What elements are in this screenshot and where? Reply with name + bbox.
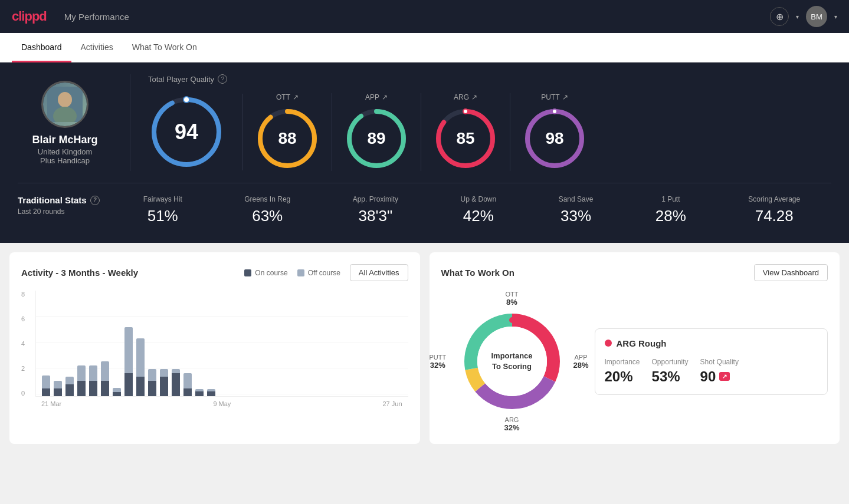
legend-dot-dark — [244, 269, 251, 276]
bar-top — [160, 369, 168, 377]
detail-shot-quality-label: Shot Quality — [700, 358, 739, 366]
plus-icon: ⊕ — [776, 11, 784, 22]
activity-header-right: On course Off course All Activities — [244, 264, 408, 281]
stat-proximity: App. Proximity 38'3" — [353, 195, 398, 225]
stats-info-icon[interactable]: ? — [90, 196, 100, 205]
player-avatar-svg — [47, 87, 83, 122]
bar-group-8 — [124, 327, 133, 396]
bar-2a — [54, 381, 62, 396]
view-dashboard-button[interactable]: View Dashboard — [754, 264, 828, 281]
gauge-ott: OTT ↗ 88 — [243, 93, 332, 171]
gauge-arg: ARG ↗ 85 — [421, 93, 510, 171]
x-axis: 21 Mar 9 May 27 Jun — [35, 397, 408, 407]
svg-point-1 — [58, 92, 72, 107]
gauge-ott-label: OTT ↗ — [276, 93, 299, 101]
bar-5a — [89, 365, 97, 396]
gauge-putt: PUTT ↗ 98 — [510, 93, 599, 171]
add-button[interactable]: ⊕ — [770, 7, 789, 26]
legend-off-course: Off course — [297, 269, 340, 277]
bar-group-14 — [195, 389, 204, 396]
bar-group-13 — [183, 373, 192, 396]
all-activities-button[interactable]: All Activities — [350, 264, 408, 281]
y-label-0: 0 — [21, 390, 25, 397]
work-on-content: Importance To Scoring OTT 8% APP 28% ARG… — [441, 291, 828, 432]
avatar[interactable]: BM — [806, 6, 827, 27]
legend-on-course-label: On course — [255, 269, 287, 277]
donut-center: Importance To Scoring — [491, 351, 532, 372]
bar-bottom — [54, 388, 62, 396]
y-label-2: 2 — [21, 365, 25, 372]
tab-activities[interactable]: Activities — [71, 33, 123, 62]
logo: clippd — [12, 9, 47, 24]
stat-updown-label: Up & Down — [461, 195, 497, 203]
bar-top — [172, 369, 180, 373]
stat-updown-value: 42% — [463, 207, 494, 225]
donut-putt-pct: 32% — [430, 361, 447, 370]
detail-dot — [605, 340, 612, 347]
bar-group-5 — [89, 365, 97, 396]
player-name: Blair McHarg — [32, 134, 97, 146]
bar-8a — [124, 327, 133, 396]
detail-card: ARG Rough Importance 20% Opportunity 53%… — [595, 328, 828, 395]
bars-container — [35, 291, 408, 397]
detail-stat-shot-quality: Shot Quality 90 ↗ — [700, 358, 739, 385]
avatar-image — [43, 83, 87, 126]
bar-group-2 — [54, 381, 62, 396]
hero-divider — [18, 183, 831, 183]
y-label-6: 6 — [21, 315, 25, 322]
bar-15a — [207, 389, 215, 396]
donut-ott-pct: 8% — [506, 298, 519, 307]
activity-card: Activity - 3 Months - Weekly On course O… — [9, 252, 420, 444]
donut-label-arg: ARG 32% — [504, 416, 519, 432]
tab-dashboard[interactable]: Dashboard — [12, 33, 71, 62]
bar-bottom — [65, 384, 74, 396]
stat-greens: Greens In Reg 63% — [244, 195, 290, 225]
stat-proximity-value: 38'3" — [359, 207, 393, 225]
stat-sand-label: Sand Save — [559, 195, 594, 203]
y-label-8: 8 — [21, 291, 25, 298]
stat-fairways-value: 51% — [147, 207, 178, 225]
detail-card-title: ARG Rough — [605, 338, 818, 348]
bar-top — [89, 365, 97, 381]
add-chevron[interactable]: ▾ — [796, 14, 799, 20]
donut-center-line1: Importance — [491, 351, 532, 361]
header: clippd My Performance ⊕ ▾ BM ▾ — [0, 0, 849, 33]
donut-arg-name: ARG — [504, 416, 519, 423]
tab-what-to-work-on[interactable]: What To Work On — [123, 33, 206, 62]
quality-info-icon[interactable]: ? — [218, 74, 227, 84]
bar-top — [65, 377, 74, 384]
bar-bottom — [172, 373, 180, 396]
bar-14a — [195, 389, 204, 396]
bar-top — [42, 375, 50, 388]
bottom-section: Activity - 3 Months - Weekly On course O… — [0, 243, 849, 453]
bar-12a — [172, 369, 180, 396]
gauge-arg-label: ARG ↗ — [454, 93, 477, 101]
bar-bottom — [183, 388, 192, 396]
x-label-1: 21 Mar — [41, 400, 61, 407]
bar-top — [54, 381, 62, 388]
arg-arrow: ↗ — [471, 93, 477, 101]
donut-label-ott: OTT 8% — [506, 291, 519, 307]
bar-top — [101, 361, 109, 381]
bar-bottom — [113, 392, 121, 396]
bar-chart-container: 8 6 4 2 0 — [21, 291, 408, 407]
stat-scoring-label: Scoring Average — [748, 195, 800, 203]
tabs: Dashboard Activities What To Work On — [0, 33, 849, 62]
stat-proximity-label: App. Proximity — [353, 195, 398, 203]
legend-dot-light — [297, 269, 304, 276]
bar-10a — [148, 369, 156, 396]
bar-bottom — [124, 373, 133, 396]
quality-section: Total Player Quality ? 94 — [130, 74, 831, 171]
gauge-app: APP ↗ 89 — [332, 93, 421, 171]
bar-top — [113, 388, 121, 392]
avatar-chevron[interactable]: ▾ — [834, 14, 837, 20]
donut-arg-pct: 32% — [504, 423, 519, 432]
activity-card-title: Activity - 3 Months - Weekly — [21, 268, 138, 278]
bar-group-3 — [65, 377, 74, 396]
hero-section: Blair McHarg United Kingdom Plus Handica… — [0, 62, 849, 243]
bar-11a — [160, 369, 168, 396]
legend-off-course-label: Off course — [308, 269, 340, 277]
stat-fairways: Fairways Hit 51% — [143, 195, 182, 225]
hero-top: Blair McHarg United Kingdom Plus Handica… — [18, 74, 831, 171]
bar-group-7 — [113, 388, 121, 396]
